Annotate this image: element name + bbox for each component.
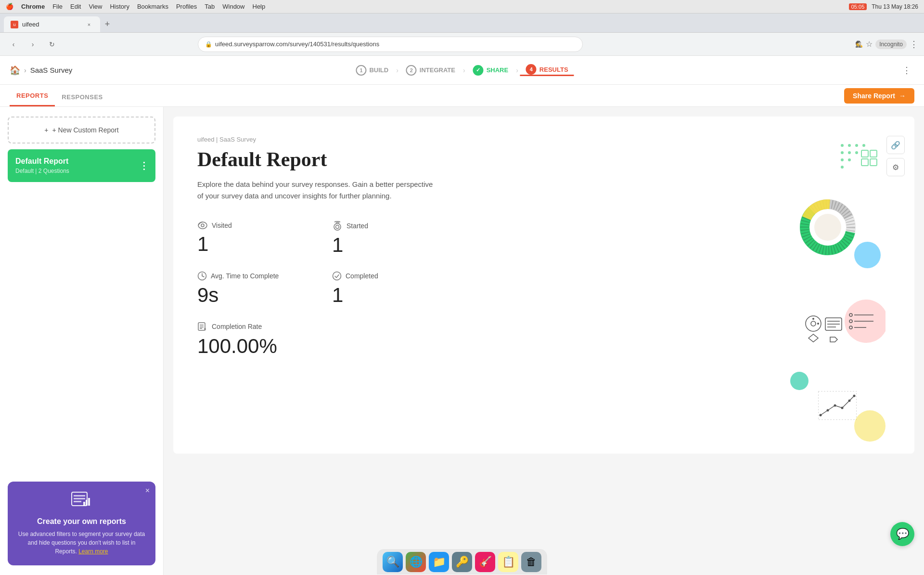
help-menu[interactable]: Help bbox=[253, 3, 266, 10]
window-menu[interactable]: Window bbox=[222, 3, 244, 10]
tab-close-button[interactable]: × bbox=[85, 20, 93, 29]
active-tab[interactable]: u uifeed × bbox=[4, 16, 100, 32]
tabs-row: REPORTS RESPONSES Share Report → bbox=[0, 85, 924, 107]
svg-point-48 bbox=[849, 314, 852, 316]
edit-menu[interactable]: Edit bbox=[70, 3, 81, 10]
step-build-num: 1 bbox=[356, 65, 366, 76]
file-menu[interactable]: File bbox=[52, 3, 63, 10]
popup-title: Create your own reports bbox=[17, 517, 146, 526]
svg-point-57 bbox=[834, 405, 836, 407]
step-results[interactable]: 4 RESULTS bbox=[520, 64, 574, 76]
content-area: 🔗 ⚙ uifeed | SaaS Survey Default Report … bbox=[164, 107, 924, 575]
dock-music-icon[interactable]: 🎸 bbox=[475, 552, 495, 572]
step-share-num: ✓ bbox=[473, 65, 484, 76]
svg-rect-1 bbox=[74, 495, 85, 497]
url-text: uifeed.surveysparrow.com/survey/140531/r… bbox=[215, 40, 379, 48]
popup-description: Use advanced filters to segment your sur… bbox=[17, 530, 146, 556]
svg-rect-2 bbox=[74, 498, 85, 499]
svg-point-34 bbox=[805, 204, 851, 250]
dock-trash-icon[interactable]: 🗑 bbox=[521, 552, 541, 572]
history-menu[interactable]: History bbox=[110, 3, 129, 10]
share-report-button[interactable]: Share Report → bbox=[844, 88, 914, 104]
svg-point-20 bbox=[848, 144, 851, 147]
breadcrumb-separator: › bbox=[24, 66, 26, 74]
dock-chrome-icon[interactable]: 🌐 bbox=[406, 552, 426, 572]
address-bar-right: 🕵 ☆ Incognito ⋮ bbox=[855, 39, 918, 50]
step-sep-3: › bbox=[514, 66, 520, 74]
plus-icon: + bbox=[44, 126, 48, 134]
report-description: Explore the data behind your survey resp… bbox=[197, 179, 438, 202]
battery-time: 05:05 bbox=[849, 3, 867, 10]
home-icon[interactable]: 🏠 bbox=[10, 65, 20, 76]
check-circle-icon bbox=[332, 271, 342, 281]
link-button[interactable]: 🔗 bbox=[886, 136, 905, 154]
svg-point-36 bbox=[805, 204, 851, 250]
yellow-circle-decoration bbox=[854, 410, 886, 442]
step-integrate-num: 2 bbox=[406, 65, 417, 76]
reload-button[interactable]: ↻ bbox=[44, 37, 60, 52]
step-results-label: RESULTS bbox=[539, 66, 568, 73]
report-card-name: Default Report bbox=[15, 157, 148, 166]
url-input[interactable]: 🔒 uifeed.surveysparrow.com/survey/140531… bbox=[198, 37, 583, 52]
step-integrate[interactable]: 2 INTEGRATE bbox=[400, 65, 461, 76]
new-tab-button[interactable]: + bbox=[100, 16, 115, 32]
bookmark-icon[interactable]: ☆ bbox=[866, 39, 873, 49]
svg-point-10 bbox=[336, 225, 339, 229]
popup-icon bbox=[17, 491, 146, 512]
view-menu[interactable]: View bbox=[89, 3, 102, 10]
stat-started-label: Started bbox=[332, 221, 438, 231]
clock: Thu 13 May 18:26 bbox=[872, 3, 918, 10]
dock-notes-icon[interactable]: 📋 bbox=[498, 552, 518, 572]
step-sep-2: › bbox=[461, 66, 467, 74]
back-button[interactable]: ‹ bbox=[6, 37, 21, 52]
default-report-card[interactable]: Default Report Default | 2 Questions ⋮ bbox=[8, 149, 155, 182]
settings-button[interactable]: ⚙ bbox=[886, 158, 905, 176]
more-options-icon[interactable]: ⋮ bbox=[910, 39, 918, 50]
popup-close-button[interactable]: × bbox=[145, 486, 150, 495]
chat-button[interactable]: 💬 bbox=[890, 522, 914, 546]
profiles-menu[interactable]: Profiles bbox=[176, 3, 197, 10]
mac-dock: 🔍 🌐 📁 🔑 🎸 📋 🗑 bbox=[376, 549, 548, 575]
popup-learn-more-link[interactable]: Learn more bbox=[78, 548, 108, 555]
report-icon bbox=[70, 491, 94, 510]
bookmarks-menu[interactable]: Bookmarks bbox=[137, 3, 168, 10]
scatter-chart-decoration bbox=[818, 391, 857, 420]
svg-point-9 bbox=[334, 223, 341, 230]
svg-point-41 bbox=[812, 318, 814, 320]
svg-point-38 bbox=[805, 204, 851, 250]
user-profile[interactable]: Incognito bbox=[875, 39, 907, 49]
dock-keychain-icon[interactable]: 🔑 bbox=[452, 552, 472, 572]
report-card-menu[interactable]: ⋮ bbox=[139, 160, 150, 171]
stat-avg-time-value: 9s bbox=[197, 284, 303, 307]
chrome-app-name[interactable]: Chrome bbox=[21, 3, 45, 10]
breadcrumb: 🏠 › SaaS Survey bbox=[10, 65, 72, 76]
dock-finder-icon[interactable]: 🔍 bbox=[383, 552, 403, 572]
svg-point-60 bbox=[853, 395, 856, 397]
forward-button[interactable]: › bbox=[25, 37, 40, 52]
mac-menu-bar[interactable]: 🍎 Chrome File Edit View History Bookmark… bbox=[6, 3, 265, 10]
dock-files-icon[interactable]: 📁 bbox=[429, 552, 449, 572]
share-report-icon: → bbox=[899, 92, 906, 100]
svg-point-19 bbox=[841, 144, 844, 147]
apple-menu[interactable]: 🍎 bbox=[6, 3, 13, 10]
decorative-container bbox=[780, 136, 886, 449]
main-layout: + + New Custom Report Default Report Def… bbox=[0, 107, 924, 575]
header-more-button[interactable]: ⋮ bbox=[899, 63, 914, 78]
tab-responses[interactable]: RESPONSES bbox=[55, 93, 109, 106]
step-build[interactable]: 1 BUILD bbox=[350, 65, 394, 76]
create-reports-popup: × Create your own reports Use advanced f… bbox=[8, 482, 155, 565]
blue-circle-decoration bbox=[854, 242, 881, 268]
svg-point-7 bbox=[198, 222, 207, 229]
step-sep-1: › bbox=[394, 66, 400, 74]
tab-menu[interactable]: Tab bbox=[205, 3, 215, 10]
new-custom-report-button[interactable]: + + New Custom Report bbox=[8, 117, 155, 144]
step-results-num: 4 bbox=[526, 64, 537, 75]
step-share[interactable]: ✓ SHARE bbox=[467, 65, 514, 76]
stat-started-value: 1 bbox=[332, 234, 438, 257]
report-card-meta: Default | 2 Questions bbox=[15, 168, 148, 174]
stat-avg-time: Avg. Time to Complete 9s bbox=[197, 271, 303, 307]
link-icon: 🔗 bbox=[891, 141, 900, 150]
stat-completion-rate: Completion Rate 100.00% bbox=[197, 321, 890, 358]
stat-visited-value: 1 bbox=[197, 233, 303, 256]
tab-reports[interactable]: REPORTS bbox=[10, 92, 55, 106]
